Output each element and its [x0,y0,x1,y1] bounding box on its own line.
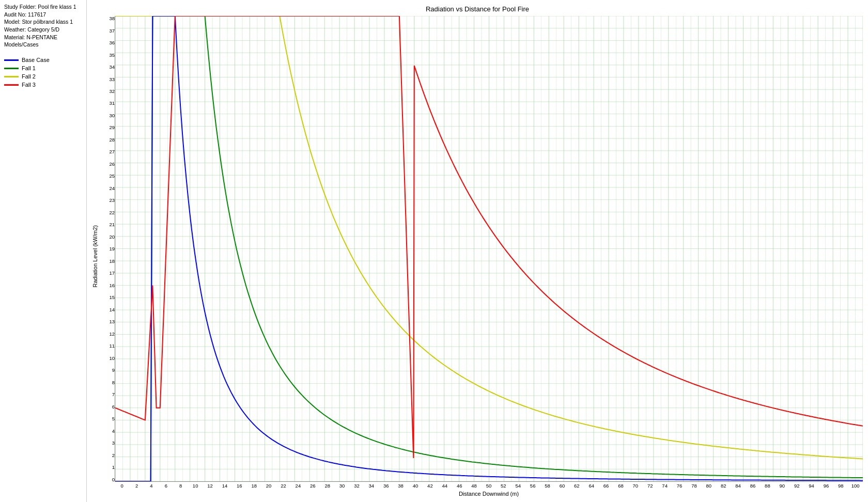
x-tick: 100 [848,483,863,489]
x-tick: 14 [218,483,232,489]
y-tick: 33 [100,77,115,82]
y-tick: 24 [100,186,115,191]
legend-line-base-case [4,59,19,61]
x-tick: 40 [408,483,423,489]
y-tick: 20 [100,234,115,240]
legend-line-fall2 [4,76,19,77]
x-tick: 90 [775,483,789,489]
x-tick: 6 [159,483,173,489]
plot-and-yaxis: 0123456789101112131415161718192021222324… [100,16,863,482]
models-cases: Models/Cases [4,41,82,49]
y-tick: 12 [100,332,115,337]
chart-inner: 0123456789101112131415161718192021222324… [100,16,863,497]
x-tick: 28 [320,483,334,489]
y-tick: 27 [100,149,115,154]
x-tick: 62 [569,483,584,489]
y-tick: 28 [100,137,115,143]
y-tick: 3 [100,441,115,446]
chart-area: Radiation vs Distance for Pool Fire Radi… [87,0,868,502]
x-tick: 60 [555,483,569,489]
x-tick: 16 [232,483,246,489]
y-tick: 2 [100,453,115,458]
x-tick: 84 [731,483,745,489]
x-tick: 54 [511,483,525,489]
study-info: Study Folder: Pool fire klass 1 Audit No… [4,3,82,49]
x-tick: 18 [247,483,261,489]
y-tick: 18 [100,259,115,264]
y-tick: 16 [100,283,115,288]
y-tick: 34 [100,65,115,70]
y-tick: 37 [100,28,115,34]
x-tick: 66 [599,483,613,489]
x-tick: 42 [423,483,437,489]
x-tick: 44 [438,483,452,489]
x-tick: 0 [115,483,129,489]
y-tick: 0 [100,477,115,482]
y-tick: 6 [100,404,115,410]
y-tick: 1 [100,465,115,470]
x-tick: 98 [833,483,848,489]
x-tick: 70 [628,483,643,489]
legend-fall2: Fall 2 [4,73,82,80]
x-tick: 12 [203,483,217,489]
y-tick: 22 [100,210,115,215]
x-tick: 50 [482,483,496,489]
audit-no: Audit No: 117617 [4,11,82,19]
x-tick: 74 [657,483,672,489]
x-tick: 32 [349,483,364,489]
y-tick: 30 [100,113,115,118]
y-tick: 26 [100,162,115,167]
sidebar: Study Folder: Pool fire klass 1 Audit No… [0,0,87,502]
legend-line-fall3 [4,84,19,86]
study-folder: Study Folder: Pool fire klass 1 [4,3,82,11]
y-tick: 21 [100,222,115,227]
y-tick: 9 [100,368,115,373]
x-tick: 86 [746,483,760,489]
x-tick: 94 [804,483,818,489]
x-tick: 88 [760,483,774,489]
model-name: Model: Stor pölbrand klass 1 [4,18,82,26]
y-tick: 31 [100,101,115,106]
material: Material: N-PENTANE [4,34,82,41]
x-tick: 92 [789,483,804,489]
legend-fall1: Fall 1 [4,65,82,71]
legend-label-base-case: Base Case [22,57,50,63]
weather: Weather: Category 5/D [4,26,82,34]
x-tick: 78 [687,483,701,489]
x-tick: 20 [261,483,276,489]
x-tick: 36 [379,483,393,489]
y-tick: 36 [100,40,115,45]
x-tick: 34 [364,483,379,489]
x-tick: 96 [819,483,833,489]
x-axis-label: Distance Downwind (m) [100,491,863,497]
x-tick: 56 [525,483,540,489]
x-tick: 24 [291,483,305,489]
y-tick: 13 [100,319,115,324]
y-tick: 17 [100,271,115,276]
curves-svg [115,16,863,481]
y-tick: 23 [100,198,115,203]
y-tick: 32 [100,89,115,94]
x-tick: 38 [393,483,408,489]
x-tick: 72 [643,483,657,489]
y-tick: 35 [100,53,115,58]
x-tick: 22 [276,483,290,489]
x-ticks: 0246810121416182022242628303234363840424… [100,483,863,489]
x-tick: 64 [584,483,599,489]
legend-label-fall3: Fall 3 [22,82,36,88]
legend-label-fall2: Fall 2 [22,73,36,80]
y-tick: 15 [100,295,115,300]
x-tick: 48 [467,483,481,489]
x-tick: 26 [305,483,320,489]
x-tick: 76 [672,483,687,489]
y-tick: 25 [100,174,115,179]
x-tick: 68 [613,483,628,489]
x-tick: 10 [188,483,203,489]
x-tick: 30 [335,483,349,489]
y-tick: 7 [100,392,115,397]
legend-base-case: Base Case [4,57,82,63]
legend-fall3: Fall 3 [4,82,82,88]
x-tick: 2 [129,483,144,489]
x-tick: 8 [174,483,188,489]
x-tick: 58 [540,483,554,489]
